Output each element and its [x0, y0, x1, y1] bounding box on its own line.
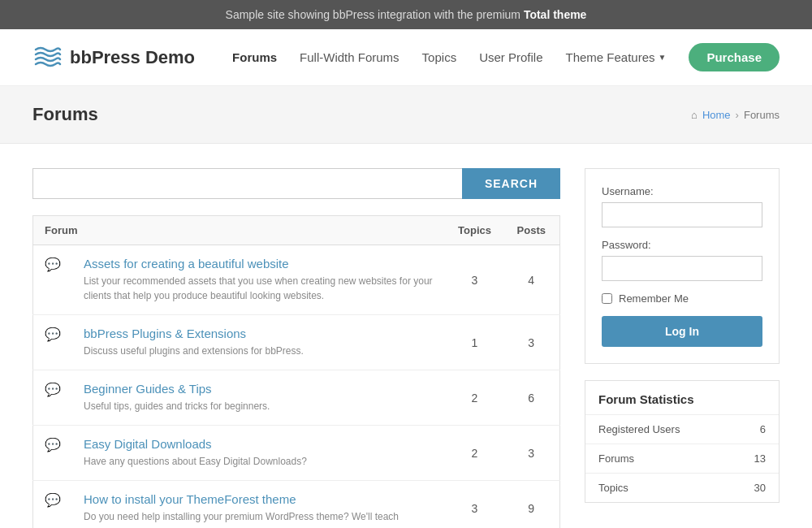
forum-chat-icon: 💬 [45, 383, 61, 396]
username-label: Username: [602, 185, 762, 197]
forum-posts-count: 6 [503, 370, 560, 426]
nav-topics[interactable]: Topics [422, 50, 457, 64]
forum-description: Useful tips, guides and tricks for begin… [84, 399, 435, 413]
stats-label: Registered Users [598, 423, 680, 435]
forum-description: List your recommended assets that you us… [84, 274, 435, 303]
table-row: 💬 Assets for creating a beautiful websit… [33, 245, 560, 315]
forum-posts-count: 3 [503, 426, 560, 481]
stats-value: 13 [754, 452, 766, 465]
table-header-row: Forum Topics Posts [33, 216, 560, 245]
stats-label: Forums [598, 452, 634, 465]
table-row: 💬 Beginner Guides & Tips Useful tips, gu… [33, 370, 560, 426]
forum-icon-cell: 💬 [33, 245, 73, 315]
forum-description: Do you need help installing your premium… [84, 509, 435, 524]
nav-theme-features[interactable]: Theme Features ▼ [566, 50, 667, 64]
forum-posts-count: 9 [503, 481, 560, 529]
forum-description: Discuss useful plugins and extensions fo… [84, 344, 435, 358]
forum-icon-cell: 💬 [33, 481, 73, 529]
forum-col-header: Forum [33, 216, 447, 245]
forum-topics-count: 3 [447, 245, 503, 315]
forum-topics-count: 3 [447, 481, 503, 529]
login-button[interactable]: Log In [602, 316, 762, 347]
theme-features-chevron-icon: ▼ [659, 53, 667, 62]
remember-row: Remember Me [602, 292, 762, 305]
header: bbPress Demo Forums Full-Width Forums To… [0, 29, 812, 86]
stats-value: 6 [760, 423, 766, 435]
forum-title-link[interactable]: bbPress Plugins & Extensions [84, 327, 246, 340]
search-row: SEARCH [32, 168, 560, 199]
breadcrumb-current: Forums [744, 109, 780, 121]
table-row: 💬 Easy Digital Downloads Have any questi… [33, 426, 560, 481]
forum-icon-cell: 💬 [33, 370, 73, 426]
forum-name-cell: Beginner Guides & Tips Useful tips, guid… [72, 370, 447, 426]
top-banner: Sample site showing bbPress integration … [0, 0, 812, 29]
breadcrumb-separator: › [736, 109, 739, 121]
forum-topics-count: 2 [447, 426, 503, 481]
breadcrumb-area: Forums ⌂ Home › Forums [0, 86, 812, 144]
nav-user-profile[interactable]: User Profile [479, 50, 542, 64]
forum-name-cell: How to install your ThemeForest theme Do… [72, 481, 447, 529]
posts-col-header: Posts [503, 216, 560, 245]
forum-topics-count: 1 [447, 315, 503, 370]
forum-chat-icon: 💬 [45, 258, 61, 271]
search-button[interactable]: SEARCH [462, 168, 560, 199]
forum-posts-count: 3 [503, 315, 560, 370]
forum-posts-count: 4 [503, 245, 560, 315]
forum-chat-icon: 💬 [45, 493, 61, 507]
forum-icon-cell: 💬 [33, 315, 73, 370]
username-input[interactable] [602, 202, 762, 227]
table-row: 💬 bbPress Plugins & Extensions Discuss u… [33, 315, 560, 370]
stats-row: Registered Users 6 [585, 414, 779, 444]
forum-stats-box: Forum Statistics Registered Users 6 Foru… [585, 380, 780, 503]
stats-label: Topics [598, 482, 628, 494]
forum-title-link[interactable]: Easy Digital Downloads [84, 437, 212, 451]
stats-row: Forums 13 [585, 444, 779, 473]
search-input[interactable] [32, 168, 462, 199]
home-icon: ⌂ [691, 109, 698, 121]
nav-full-width-forums[interactable]: Full-Width Forums [300, 50, 400, 64]
page-title: Forums [32, 104, 98, 125]
login-box: Username: Password: Remember Me Log In [585, 168, 780, 364]
forum-title-link[interactable]: How to install your ThemeForest theme [84, 492, 296, 506]
forum-description: Have any questions about Easy Digital Do… [84, 454, 435, 469]
logo-icon [32, 43, 62, 72]
forum-title-link[interactable]: Beginner Guides & Tips [84, 382, 212, 396]
stats-value: 30 [754, 482, 766, 494]
forum-name-cell: Easy Digital Downloads Have any question… [72, 426, 447, 481]
forum-topics-count: 2 [447, 370, 503, 426]
banner-bold: Total theme [524, 8, 587, 21]
forum-table: Forum Topics Posts 💬 Assets for creating… [32, 215, 560, 528]
forum-chat-icon: 💬 [45, 327, 61, 341]
left-column: SEARCH Forum Topics Posts 💬 Assets for c… [32, 168, 560, 528]
stats-title: Forum Statistics [585, 381, 779, 414]
password-label: Password: [602, 239, 762, 251]
stats-row: Topics 30 [585, 473, 779, 502]
forum-chat-icon: 💬 [45, 438, 61, 452]
purchase-button[interactable]: Purchase [689, 43, 780, 71]
forum-title-link[interactable]: Assets for creating a beautiful website [84, 257, 289, 270]
main-content: SEARCH Forum Topics Posts 💬 Assets for c… [0, 144, 812, 528]
forum-name-cell: Assets for creating a beautiful website … [72, 245, 447, 315]
forum-icon-cell: 💬 [33, 426, 73, 481]
nav-forums[interactable]: Forums [232, 50, 277, 64]
right-column: Username: Password: Remember Me Log In F… [585, 168, 780, 528]
table-row: 💬 How to install your ThemeForest theme … [33, 481, 560, 529]
logo-text: bbPress Demo [70, 47, 195, 68]
remember-checkbox[interactable] [602, 293, 612, 304]
forum-name-cell: bbPress Plugins & Extensions Discuss use… [72, 315, 447, 370]
main-nav: Forums Full-Width Forums Topics User Pro… [232, 43, 780, 71]
banner-text: Sample site showing bbPress integration … [226, 8, 524, 21]
breadcrumb: ⌂ Home › Forums [691, 109, 780, 121]
remember-label: Remember Me [619, 292, 689, 305]
logo: bbPress Demo [32, 43, 195, 72]
password-input[interactable] [602, 256, 762, 281]
breadcrumb-home-link[interactable]: Home [702, 109, 731, 121]
topics-col-header: Topics [447, 216, 503, 245]
